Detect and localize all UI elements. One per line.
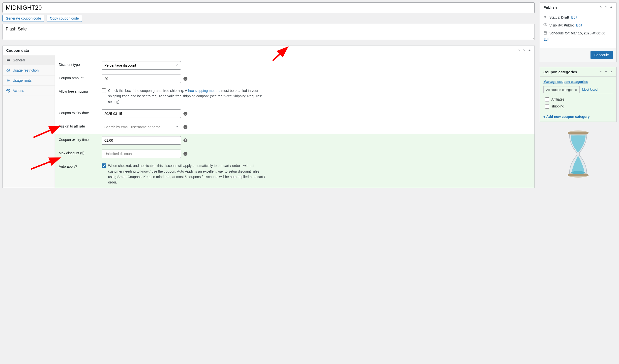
toggle-panel-icon[interactable] bbox=[610, 5, 613, 9]
max-discount-label: Max discount ($) bbox=[59, 150, 97, 155]
expiry-time-input[interactable] bbox=[102, 136, 181, 145]
publish-panel: Publish Status: Draft Edit bbox=[540, 2, 617, 62]
category-checkbox[interactable] bbox=[545, 97, 549, 102]
discount-type-label: Discount type bbox=[59, 61, 97, 67]
gear-icon bbox=[6, 89, 10, 93]
svg-rect-10 bbox=[544, 32, 547, 34]
copy-coupon-button[interactable]: Copy coupon code bbox=[47, 15, 82, 22]
chevron-up-icon[interactable] bbox=[599, 5, 602, 9]
category-item: Affiliates bbox=[545, 96, 611, 103]
manage-categories-link[interactable]: Manage coupon categories bbox=[543, 80, 588, 84]
svg-point-17 bbox=[571, 171, 585, 174]
svg-marker-8 bbox=[610, 6, 612, 8]
category-checkbox[interactable] bbox=[545, 104, 549, 109]
tab-all-categories[interactable]: All coupon categories bbox=[543, 86, 580, 93]
discount-type-select[interactable] bbox=[102, 61, 181, 70]
chevron-down-icon[interactable] bbox=[604, 5, 608, 9]
edit-visibility-link[interactable]: Edit bbox=[576, 23, 582, 27]
chevron-down-icon[interactable] bbox=[604, 70, 608, 74]
edit-schedule-link[interactable]: Edit bbox=[543, 37, 613, 41]
tab-usage-restriction[interactable]: Usage restriction bbox=[3, 65, 55, 76]
tab-usage-limits[interactable]: Usage limits bbox=[3, 76, 55, 86]
pin-icon bbox=[543, 15, 547, 19]
auto-apply-checkbox[interactable] bbox=[102, 163, 106, 168]
tab-actions[interactable]: Actions bbox=[3, 86, 55, 96]
chevron-up-icon[interactable] bbox=[517, 48, 521, 52]
visibility-text: Visibility: Public bbox=[549, 23, 574, 27]
ticket-icon bbox=[6, 58, 10, 62]
auto-apply-label: Auto apply? bbox=[59, 163, 97, 168]
tab-most-used[interactable]: Most Used bbox=[580, 86, 600, 93]
coupon-description-input[interactable]: Flash Sale bbox=[2, 24, 535, 40]
svg-line-2 bbox=[7, 69, 9, 71]
schedule-button[interactable]: Schedule bbox=[590, 51, 613, 59]
assign-affiliate-select[interactable] bbox=[102, 123, 181, 131]
svg-rect-18 bbox=[568, 132, 589, 134]
eye-icon bbox=[543, 23, 547, 27]
tab-label: Usage restriction bbox=[13, 68, 39, 72]
coupon-code-input[interactable] bbox=[2, 2, 535, 13]
svg-point-9 bbox=[545, 24, 546, 25]
auto-apply-description: When checked, and applicable, this disco… bbox=[108, 163, 267, 185]
calendar-icon bbox=[543, 31, 547, 35]
edit-status-link[interactable]: Edit bbox=[571, 15, 577, 19]
tab-general[interactable]: General bbox=[3, 55, 55, 65]
toggle-panel-icon[interactable] bbox=[528, 48, 531, 52]
expiry-time-label: Coupon expiry time bbox=[59, 136, 97, 142]
categories-title: Coupon categories bbox=[543, 70, 577, 74]
help-icon[interactable]: ? bbox=[183, 152, 187, 156]
hourglass-image bbox=[540, 127, 617, 181]
generate-coupon-button[interactable]: Generate coupon code bbox=[2, 15, 44, 22]
sliders-icon bbox=[6, 79, 10, 82]
assign-affiliate-label: Assign to affiliate bbox=[59, 123, 97, 128]
svg-marker-14 bbox=[610, 71, 612, 72]
tab-label: General bbox=[13, 58, 25, 62]
coupon-data-title: Coupon data bbox=[6, 48, 29, 52]
max-discount-input[interactable] bbox=[102, 150, 181, 158]
expiry-date-input[interactable] bbox=[102, 109, 181, 118]
free-shipping-label: Allow free shipping bbox=[59, 88, 97, 93]
svg-marker-0 bbox=[529, 50, 531, 51]
free-shipping-checkbox[interactable] bbox=[102, 88, 106, 93]
category-item: shipping bbox=[545, 103, 611, 110]
schedule-text: Schedule for: Mar 15, 2025 at 00:00 bbox=[549, 31, 605, 35]
status-text: Status: Draft bbox=[549, 15, 569, 19]
help-icon[interactable]: ? bbox=[183, 125, 187, 129]
ban-icon bbox=[6, 68, 10, 72]
toggle-panel-icon[interactable] bbox=[610, 70, 613, 74]
publish-title: Publish bbox=[543, 5, 557, 9]
add-category-link[interactable]: + Add new coupon category bbox=[543, 115, 590, 119]
coupon-categories-panel: Coupon categories Manage coupon categori… bbox=[540, 67, 617, 122]
help-icon[interactable]: ? bbox=[183, 138, 187, 142]
chevron-down-icon[interactable] bbox=[523, 48, 526, 52]
coupon-amount-label: Coupon amount bbox=[59, 75, 97, 80]
help-icon[interactable]: ? bbox=[183, 112, 187, 116]
expiry-date-label: Coupon expiry date bbox=[59, 109, 97, 115]
tab-label: Actions bbox=[13, 89, 24, 93]
svg-rect-19 bbox=[568, 174, 589, 176]
coupon-amount-input[interactable] bbox=[102, 75, 181, 83]
free-shipping-method-link[interactable]: free shipping method bbox=[188, 89, 220, 93]
chevron-up-icon[interactable] bbox=[599, 70, 602, 74]
free-shipping-description: Check this box if the coupon grants free… bbox=[108, 88, 267, 104]
category-label: shipping bbox=[551, 104, 564, 108]
category-label: Affiliates bbox=[551, 97, 564, 101]
coupon-data-panel: Coupon data bbox=[2, 46, 535, 188]
tab-label: Usage limits bbox=[13, 78, 31, 82]
svg-point-7 bbox=[8, 90, 9, 91]
help-icon[interactable]: ? bbox=[183, 77, 187, 81]
